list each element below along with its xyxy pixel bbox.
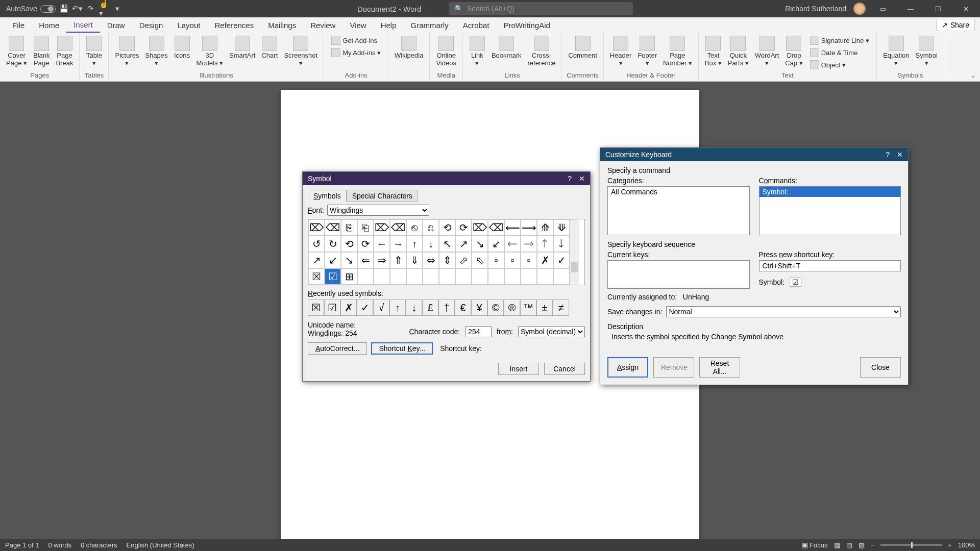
recent-symbol-cell[interactable]: ✗ (340, 299, 357, 316)
tab-prowritingaid[interactable]: ProWritingAid (496, 18, 557, 32)
recent-symbol-cell[interactable]: ™ (520, 299, 536, 316)
ribbon-page[interactable]: PageBreak (54, 35, 76, 68)
symbol-cell[interactable]: 🡐 (504, 236, 521, 252)
qat-customize-icon[interactable]: ▾ (113, 4, 122, 13)
shortcut-key-button[interactable]: Shortcut Key... (371, 342, 433, 355)
symbol-cell[interactable]: ↘ (472, 236, 488, 252)
autosave-toggle[interactable]: AutoSave Off (6, 5, 56, 13)
list-item[interactable]: All Commands (608, 187, 749, 197)
symbol-cell[interactable]: ▫ (521, 252, 537, 268)
recent-symbol-cell[interactable]: £ (422, 299, 438, 316)
symbol-cell[interactable]: ⟲ (439, 219, 455, 236)
share-button[interactable]: ↗ Share (936, 19, 975, 31)
ribbon-get-add-ins[interactable]: Get Add-ins (328, 35, 384, 46)
symbol-cell[interactable]: ✓ (553, 252, 570, 268)
view-print-icon[interactable]: ▦ (834, 541, 840, 549)
symbol-cell[interactable] (357, 268, 374, 285)
symbol-cell[interactable] (521, 268, 537, 285)
tab-help[interactable]: Help (374, 18, 404, 32)
symbol-cell[interactable]: ⊞ (341, 268, 357, 285)
symbol-cell[interactable]: ⇓ (406, 252, 423, 268)
symbol-cell[interactable]: ⇐ (357, 252, 374, 268)
symbol-cell[interactable]: ⇔ (423, 252, 439, 268)
symbol-scrollbar[interactable] (570, 219, 579, 285)
symbol-cell[interactable]: ← (374, 236, 390, 252)
symbol-cell[interactable] (553, 268, 570, 285)
symbol-cell[interactable]: ↗ (455, 236, 472, 252)
search-input[interactable]: 🔍 Search (Alt+Q) (449, 2, 633, 15)
tab-home[interactable]: Home (32, 18, 66, 32)
tab-mailings[interactable]: Mailings (261, 18, 303, 32)
zoom-in-icon[interactable]: + (948, 541, 952, 549)
ribbon-my-add-ins-[interactable]: My Add-ins ▾ (328, 47, 384, 58)
close-icon[interactable]: ✕ (897, 151, 903, 159)
recent-symbol-cell[interactable]: € (455, 299, 471, 316)
recent-symbol-cell[interactable]: ¥ (471, 299, 487, 316)
symbol-cell[interactable]: ↑ (406, 236, 423, 252)
focus-mode[interactable]: ▣ Focus (802, 541, 828, 549)
symbol-cell[interactable] (504, 268, 521, 285)
ribbon-shapes[interactable]: Shapes▾ (143, 35, 169, 68)
font-select[interactable]: Wingdings (327, 205, 429, 216)
tab-insert[interactable]: Insert (66, 18, 100, 33)
save-icon[interactable]: 💾 (60, 4, 69, 13)
symbol-cell[interactable]: ⎌ (423, 219, 439, 236)
symbol-cell[interactable]: ↙ (488, 236, 504, 252)
ribbon-table[interactable]: Table▾ (84, 35, 104, 68)
ribbon-cross-[interactable]: Cross-reference (525, 35, 557, 68)
symbol-cell[interactable]: ⟲ (341, 236, 357, 252)
tab-symbols[interactable]: Symbols (308, 190, 347, 202)
kbd-dialog-title-bar[interactable]: Customize Keyboard ? ✕ (600, 148, 908, 161)
recent-symbol-cell[interactable]: © (487, 299, 504, 316)
status-lang[interactable]: English (United States) (127, 541, 194, 549)
recent-symbol-cell[interactable]: ☑ (324, 299, 340, 316)
tab-references[interactable]: References (207, 18, 261, 32)
ribbon-chart[interactable]: Chart (259, 35, 280, 61)
remove-button[interactable]: Remove (653, 357, 694, 378)
tab-view[interactable]: View (342, 18, 373, 32)
recent-symbol-cell[interactable]: ✓ (357, 299, 373, 316)
ribbon-wikipedia[interactable]: Wikipedia (393, 35, 425, 61)
categories-listbox[interactable]: All Commands (607, 186, 750, 235)
status-chars[interactable]: 0 characters (81, 541, 117, 549)
symbol-cell[interactable]: ⇒ (374, 252, 390, 268)
ribbon-online[interactable]: OnlineVideos (434, 35, 458, 68)
from-select[interactable]: Symbol (decimal) (518, 326, 585, 337)
symbol-cell[interactable] (537, 268, 553, 285)
status-words[interactable]: 0 words (48, 541, 72, 549)
symbol-cell[interactable] (423, 268, 439, 285)
symbol-cell[interactable] (472, 268, 488, 285)
symbol-cell[interactable]: ⌦ (374, 219, 390, 236)
symbol-cell[interactable]: ↺ (308, 236, 325, 252)
symbol-cell[interactable] (488, 268, 504, 285)
symbol-cell[interactable] (390, 268, 406, 285)
tab-grammarly[interactable]: Grammarly (404, 18, 456, 32)
commands-listbox[interactable]: Symbol: (759, 186, 901, 235)
symbol-cell[interactable]: ⎗ (357, 219, 374, 236)
ribbon-object-[interactable]: Object ▾ (807, 59, 872, 70)
current-keys-listbox[interactable] (607, 260, 750, 289)
symbol-cell[interactable]: ⎋ (406, 219, 423, 236)
ribbon-page[interactable]: PageNumber ▾ (661, 35, 694, 68)
recent-symbol-cell[interactable]: † (438, 299, 455, 316)
help-icon[interactable]: ? (568, 174, 572, 183)
tab-special-characters[interactable]: Special Characters (347, 190, 418, 202)
list-item[interactable]: Symbol: (760, 187, 901, 197)
touch-mode-icon[interactable]: ☝▾ (100, 4, 109, 13)
ribbon-display-icon[interactable]: ▭ (873, 0, 893, 17)
redo-icon[interactable]: ↷ (86, 4, 95, 13)
symbol-cell[interactable]: ↖ (439, 236, 455, 252)
autocorrect-button[interactable]: AutoCorrect... (308, 342, 367, 355)
recent-symbol-cell[interactable]: ± (536, 299, 553, 316)
minimize-icon[interactable]: — (900, 0, 921, 17)
assign-button[interactable]: Assign (607, 357, 648, 378)
insert-button[interactable]: Insert (498, 363, 539, 375)
symbol-cell[interactable]: ⎘ (341, 219, 357, 236)
symbol-cell[interactable]: ▫ (504, 252, 521, 268)
symbol-cell[interactable]: → (390, 236, 406, 252)
symbol-cell[interactable]: ↓ (423, 236, 439, 252)
recent-symbol-cell[interactable]: ® (504, 299, 520, 316)
ribbon-blank[interactable]: BlankPage (31, 35, 52, 68)
ribbon-drop[interactable]: DropCap ▾ (783, 35, 804, 68)
close-icon[interactable]: ✕ (579, 174, 585, 183)
